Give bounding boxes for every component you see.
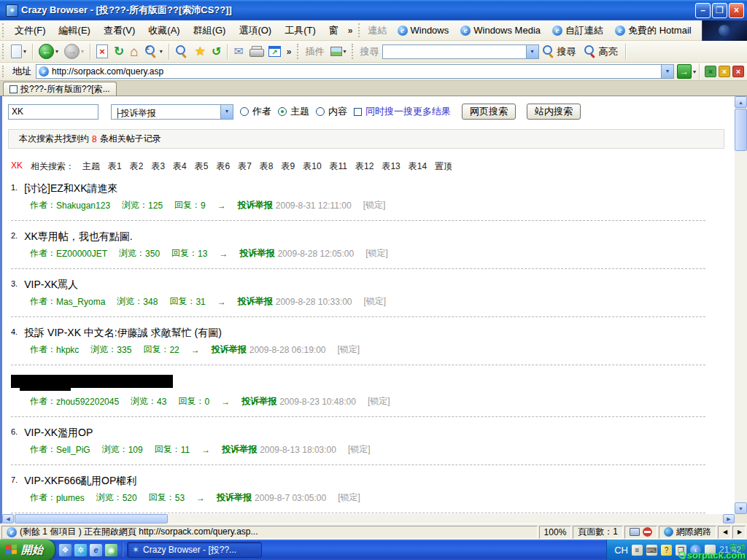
horizontal-scroll-thumb[interactable]: [15, 514, 168, 524]
item-title-link[interactable]: VIP-XK罵人: [24, 279, 78, 292]
taskbar-window-button[interactable]: ✶ Crazy Browser - [投??...: [127, 542, 262, 558]
item-title-link[interactable]: [讨论]EZ和XK請進來: [24, 182, 117, 195]
menu-view[interactable]: 查看(V): [97, 22, 142, 39]
item-author-link[interactable]: Shakugan123: [56, 201, 110, 211]
related-link[interactable]: 表9: [282, 160, 295, 173]
toolbar-grip[interactable]: [2, 44, 6, 58]
related-link[interactable]: 表12: [355, 160, 374, 173]
checkbox-box[interactable]: [354, 108, 362, 116]
back-button[interactable]: ←▾: [36, 42, 61, 61]
related-link[interactable]: 表3: [151, 160, 165, 173]
quicklaunch-ie-icon[interactable]: e: [90, 544, 102, 556]
tray-notepad-icon[interactable]: ≡: [632, 545, 643, 556]
tray-window-icon[interactable]: ❐: [676, 545, 686, 556]
address-input[interactable]: e http://sorpack.com/query.asp ▾: [36, 64, 674, 79]
menu-tools[interactable]: 工具(T): [278, 22, 322, 39]
report-link[interactable]: 投诉举报: [238, 199, 273, 211]
item-title-link[interactable]: XK専用帖，我也有點圖.: [24, 230, 133, 244]
searchbar-grip[interactable]: [352, 44, 355, 58]
menu-edit[interactable]: 編輯(E): [53, 22, 97, 39]
report-link[interactable]: 投诉举报: [238, 295, 273, 308]
plugin-button[interactable]: ▾: [328, 45, 349, 58]
report-link[interactable]: 投诉举报: [217, 491, 252, 504]
radio-circle-selected[interactable]: [278, 107, 287, 116]
plugin-grip[interactable]: [297, 44, 301, 58]
close-yellow-button[interactable]: ×: [719, 66, 730, 77]
tab-next-button[interactable]: ▶: [732, 526, 746, 539]
link-free-hotmail[interactable]: e免費的 Hotmail: [609, 24, 697, 37]
link-custom-links[interactable]: e自訂連結: [546, 24, 609, 37]
quicklaunch-star-icon[interactable]: ✲: [74, 544, 87, 556]
quicklaunch-media-icon[interactable]: ◉: [105, 544, 117, 556]
search-combobox-value[interactable]: [383, 45, 526, 58]
menu-groups[interactable]: 群組(G): [187, 22, 233, 39]
tab-active[interactable]: 投???-所有版面??[索...: [3, 82, 117, 96]
language-indicator[interactable]: CH: [614, 545, 628, 556]
menu-file[interactable]: 文件(F): [8, 22, 53, 39]
related-link[interactable]: 表8: [260, 160, 274, 173]
related-link[interactable]: 表10: [303, 160, 321, 173]
tab-prev-button[interactable]: ◀: [718, 526, 731, 539]
vertical-scroll-track[interactable]: [735, 151, 747, 502]
related-link[interactable]: 表2: [130, 160, 144, 173]
related-link[interactable]: 表13: [382, 160, 400, 173]
tray-keyboard-icon[interactable]: ⌨: [646, 545, 657, 556]
menu-options[interactable]: 選項(O): [232, 22, 278, 39]
start-button[interactable]: 開始: [0, 540, 55, 560]
item-author-link[interactable]: hkpkc: [56, 345, 79, 355]
tray-hidden-icon[interactable]: [705, 545, 716, 556]
go-dropdown[interactable]: ▾: [693, 69, 696, 75]
forum-select-dropdown[interactable]: ▾: [220, 105, 233, 119]
item-author-link[interactable]: zhou592202045: [56, 397, 119, 407]
radio-circle[interactable]: [316, 107, 325, 116]
open-external-button[interactable]: ↗: [266, 44, 283, 58]
print-button[interactable]: [247, 44, 265, 58]
home-button[interactable]: ⌂: [128, 42, 140, 61]
web-search-button[interactable]: 网页搜索: [462, 104, 516, 120]
related-link[interactable]: 表5: [195, 160, 209, 173]
highlight-button[interactable]: 高亮: [581, 43, 622, 60]
also-search-checkbox[interactable]: 同时搜一搜更多结果: [354, 105, 451, 118]
favorites-button[interactable]: ★: [193, 42, 208, 61]
report-link[interactable]: 投诉举报: [222, 443, 257, 456]
scroll-down-arrow[interactable]: ▼: [735, 502, 747, 514]
related-link[interactable]: 表6: [216, 160, 230, 173]
menu-window[interactable]: 窗: [322, 22, 345, 39]
close-button[interactable]: ×: [729, 3, 744, 18]
tab-checkbox[interactable]: [9, 85, 18, 93]
minimize-button[interactable]: –: [695, 3, 711, 18]
related-link[interactable]: 表7: [238, 160, 252, 173]
toolbar-search-go-button[interactable]: 搜尋: [540, 43, 580, 60]
history-button[interactable]: ↺: [209, 43, 223, 60]
horizontal-scroll-track[interactable]: [168, 514, 723, 524]
vertical-scroll-thumb[interactable]: [735, 109, 747, 151]
item-title-link[interactable]: VIP-XK濫用OP: [24, 427, 93, 440]
radio-circle[interactable]: [240, 107, 249, 116]
related-link[interactable]: 主题: [82, 160, 100, 173]
restore-button[interactable]: ❐: [712, 3, 727, 18]
related-link[interactable]: 表11: [330, 160, 347, 173]
report-link[interactable]: 投诉举报: [239, 247, 274, 260]
menubar-grip[interactable]: [2, 23, 6, 37]
link-windows-media[interactable]: eWindows Media: [454, 25, 546, 36]
close-red-button[interactable]: ×: [732, 66, 744, 77]
radio-content[interactable]: 内容: [316, 105, 347, 118]
tray-collapse-chevron[interactable]: ‹: [690, 545, 701, 556]
linksbar-grip[interactable]: [358, 23, 362, 37]
vertical-scrollbar[interactable]: ▲ ▼: [735, 96, 747, 514]
related-link[interactable]: 表4: [173, 160, 187, 173]
close-green-button[interactable]: ×: [705, 66, 716, 77]
forum-select[interactable]: ├投诉举报 ▾: [111, 104, 233, 120]
related-link[interactable]: 表1: [108, 160, 122, 173]
report-link[interactable]: 投诉举报: [212, 343, 247, 356]
radio-author[interactable]: 作者: [240, 105, 271, 118]
addressbar-grip[interactable]: [2, 66, 6, 78]
scroll-right-arrow[interactable]: ▶: [723, 514, 735, 524]
radio-subject[interactable]: 主题: [278, 105, 309, 118]
new-page-button[interactable]: ▾: [9, 43, 28, 60]
related-link[interactable]: 置顶: [435, 160, 452, 173]
toolbar-overflow-chevron[interactable]: »: [284, 47, 295, 57]
scroll-left-arrow[interactable]: ◀: [2, 514, 14, 524]
stop-button[interactable]: ×: [94, 43, 110, 60]
item-title-link[interactable]: VIP-XKF666亂用OP權利: [24, 475, 136, 488]
